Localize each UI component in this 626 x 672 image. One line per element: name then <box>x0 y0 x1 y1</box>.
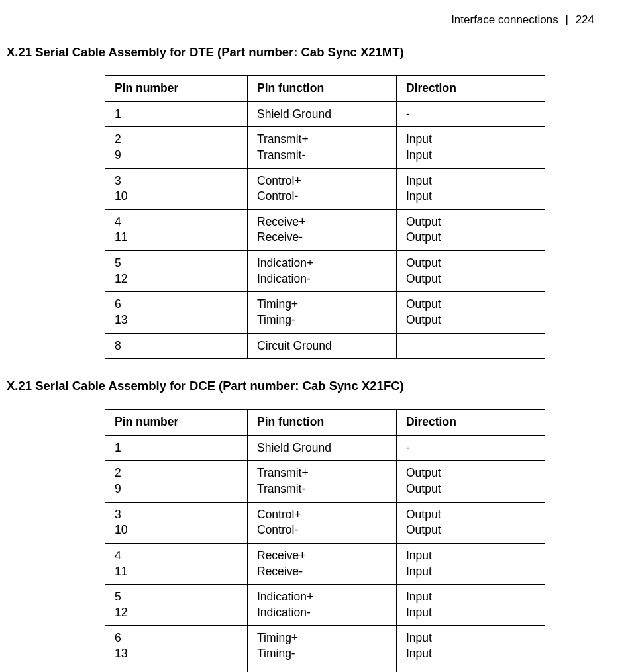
pin-function-cell: Shield Ground <box>248 101 397 127</box>
direction-value: Input <box>406 646 538 662</box>
table-row: 29Transmit+Transmit-OutputOutput <box>105 461 545 502</box>
pin-number-value: 9 <box>115 148 240 164</box>
pin-number-value: 5 <box>115 589 240 605</box>
pin-function-value: Timing+ <box>257 630 390 646</box>
pin-function-value: Timing+ <box>257 297 390 312</box>
pin-number-cell: 1 <box>105 101 248 127</box>
pin-function-value: Transmit- <box>257 148 390 164</box>
pin-function-value: Indication+ <box>257 589 390 605</box>
direction-cell: OutputOutput <box>397 292 545 333</box>
pin-function-cell: Timing+Timing- <box>248 292 397 333</box>
pin-function-value: Control+ <box>257 507 390 523</box>
table-header-cell: Pin function <box>248 410 397 436</box>
pin-number-cell: 411 <box>105 209 248 250</box>
pin-function-value: Circuit Ground <box>257 338 390 354</box>
pin-number-cell: 512 <box>105 585 248 626</box>
pin-number-value: 11 <box>115 564 240 580</box>
pin-function-value: Receive- <box>257 564 390 580</box>
pin-number-value: 1 <box>115 440 240 456</box>
table-row: 411Receive+Receive-InputInput <box>105 543 545 584</box>
table-row: 613Timing+Timing-InputInput <box>105 626 545 667</box>
pin-number-cell: 411 <box>105 543 248 584</box>
pin-function-value: Control+ <box>257 173 390 189</box>
pin-function-value: Shield Ground <box>257 107 390 122</box>
header-section-name: Interface connections <box>451 13 558 26</box>
pin-number-cell: 613 <box>105 626 248 667</box>
table-header-row: Pin numberPin functionDirection <box>105 76 545 102</box>
direction-value: Output <box>406 522 538 538</box>
pin-number-value: 4 <box>115 215 240 230</box>
pin-function-cell: Circuit Ground <box>248 333 397 359</box>
direction-value <box>406 338 538 354</box>
pin-number-value: 6 <box>115 297 240 312</box>
pin-number-value: 1 <box>115 107 240 122</box>
direction-cell <box>397 667 545 672</box>
table-row: 512Indication+Indication-OutputOutput <box>105 251 545 292</box>
pin-number-value: 10 <box>115 189 240 205</box>
table-row: 310Control+Control-OutputOutput <box>105 502 545 543</box>
pin-function-cell: Receive+Receive- <box>248 209 397 250</box>
direction-cell: InputInput <box>397 626 545 667</box>
direction-value: Input <box>406 605 538 621</box>
pin-number-value: 10 <box>115 522 240 538</box>
direction-value: Output <box>406 312 538 328</box>
pin-number-cell: 512 <box>105 251 248 292</box>
dte-section-heading: X.21 Serial Cable Assembly for DTE (Part… <box>7 45 600 60</box>
pin-number-cell: 29 <box>105 127 248 168</box>
pin-number-value: 5 <box>115 256 240 271</box>
running-header: Interface connections | 224 <box>7 13 600 26</box>
direction-value: - <box>406 440 538 456</box>
direction-cell: OutputOutput <box>397 251 545 292</box>
direction-value: Output <box>406 256 538 271</box>
pin-function-value: Receive- <box>257 230 390 246</box>
table-row: 411Receive+Receive-OutputOutput <box>105 209 545 250</box>
pin-number-cell: 1 <box>105 435 248 461</box>
table-header-row: Pin numberPin functionDirection <box>105 410 545 436</box>
direction-value: Output <box>406 465 538 481</box>
direction-cell: - <box>397 101 545 127</box>
table-row: 512Indication+Indication-InputInput <box>105 585 545 626</box>
table-row: 29Transmit+Transmit-InputInput <box>105 127 545 168</box>
direction-value: Input <box>406 148 538 164</box>
table-header-cell: Pin function <box>248 76 397 102</box>
table-header-cell: Pin number <box>105 410 248 436</box>
pin-function-cell: Transmit+Transmit- <box>248 461 397 502</box>
pin-function-cell: Circuit Ground <box>248 667 397 672</box>
pin-number-value: 12 <box>115 605 240 621</box>
direction-value: Output <box>406 507 538 523</box>
table-row: 310Control+Control-InputInput <box>105 168 545 209</box>
pin-function-cell: Indication+Indication- <box>248 585 397 626</box>
pin-function-value: Indication+ <box>257 256 390 271</box>
pin-number-value: 12 <box>115 271 240 287</box>
dte-section-table: Pin numberPin functionDirection1Shield G… <box>105 75 545 359</box>
header-page-number: 224 <box>576 13 594 26</box>
direction-value: Output <box>406 271 538 287</box>
direction-cell: OutputOutput <box>397 461 545 502</box>
direction-value: - <box>406 107 538 122</box>
pin-function-cell: Control+Control- <box>248 168 397 209</box>
pin-function-value: Transmit+ <box>257 465 390 481</box>
table-header-cell: Pin number <box>105 76 248 102</box>
table-row: 1Shield Ground- <box>105 435 545 461</box>
direction-value: Input <box>406 630 538 646</box>
pin-function-value: Receive+ <box>257 215 390 230</box>
pin-number-value: 9 <box>115 481 240 497</box>
direction-cell: InputInput <box>397 168 545 209</box>
pin-function-cell: Control+Control- <box>248 502 397 543</box>
header-separator: | <box>561 13 572 26</box>
direction-value: Output <box>406 230 538 246</box>
pin-function-value: Receive+ <box>257 548 390 564</box>
pin-number-cell: 613 <box>105 292 248 333</box>
direction-value: Input <box>406 564 538 580</box>
direction-value: Output <box>406 481 538 497</box>
direction-value: Input <box>406 189 538 205</box>
pin-function-cell: Transmit+Transmit- <box>248 127 397 168</box>
direction-cell: OutputOutput <box>397 502 545 543</box>
pin-function-cell: Timing+Timing- <box>248 626 397 667</box>
pin-function-cell: Receive+Receive- <box>248 543 397 584</box>
table-row: 8Circuit Ground <box>105 333 545 359</box>
page: Interface connections | 224 X.21 Serial … <box>0 0 626 672</box>
dce-section-heading: X.21 Serial Cable Assembly for DCE (Part… <box>7 379 600 393</box>
pin-function-value: Control- <box>257 522 390 538</box>
pin-number-value: 13 <box>115 646 240 662</box>
